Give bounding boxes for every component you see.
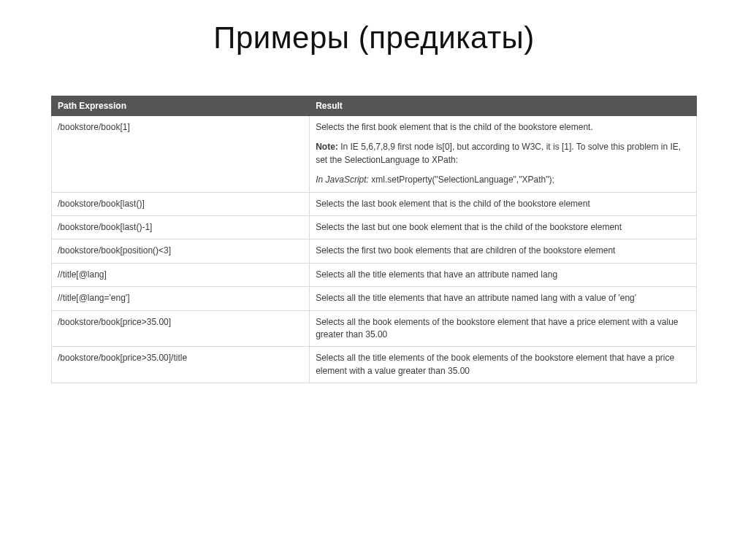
note-block: Note: In IE 5,6,7,8,9 first node is[0], … [316,141,690,166]
cell-result: Selects the last but one book element th… [310,215,697,239]
table-row: /bookstore/book[price>35.00]/title Selec… [52,347,697,383]
cell-expression: /bookstore/book[1] [52,116,310,193]
cell-result: Selects all the title elements that have… [310,287,697,310]
cell-expression: //title[@lang] [52,263,310,286]
cell-expression: /bookstore/book[last()] [52,192,310,215]
cell-result: Selects the last book element that is th… [310,192,697,215]
table-row: /bookstore/book[last()-1] Selects the la… [52,215,697,239]
table-row: //title[@lang] Selects all the title ele… [52,263,697,286]
cell-expression: //title[@lang='eng'] [52,287,310,310]
cell-expression: /bookstore/book[price>35.00]/title [52,347,310,383]
cell-result: Selects all the title elements that have… [310,263,697,286]
table-row: /bookstore/book[1] Selects the first boo… [52,116,697,193]
table-row: /bookstore/book[price>35.00] Selects all… [52,310,697,347]
code-line: In JavaScript: xml.setProperty("Selectio… [316,174,690,186]
code-prefix: In JavaScript: [316,174,369,185]
cell-result: Selects all the title elements of the bo… [310,347,697,383]
col-header-result: Result [310,96,697,116]
slide-container: Примеры (предикаты) Path Expression Resu… [0,0,748,405]
code-rest: xml.setProperty("SelectionLanguage","XPa… [369,174,554,185]
table-row: //title[@lang='eng'] Selects all the tit… [52,287,697,310]
cell-expression: /bookstore/book[position()<3] [52,239,310,263]
note-label: Note: [316,142,338,152]
xpath-examples-table: Path Expression Result /bookstore/book[1… [51,96,697,383]
table-row: /bookstore/book[position()<3] Selects th… [52,239,697,263]
col-header-expression: Path Expression [52,96,310,116]
result-text: Selects the first book element that is t… [316,122,593,132]
page-title: Примеры (предикаты) [51,20,697,55]
cell-expression: /bookstore/book[price>35.00] [52,310,310,347]
cell-result: Selects all the book elements of the boo… [310,310,697,347]
cell-expression: /bookstore/book[last()-1] [52,215,310,239]
cell-result: Selects the first two book elements that… [310,239,697,263]
table-row: /bookstore/book[last()] Selects the last… [52,192,697,215]
cell-result: Selects the first book element that is t… [310,116,697,193]
table-header-row: Path Expression Result [52,96,697,116]
note-text: In IE 5,6,7,8,9 first node is[0], but ac… [316,142,681,164]
